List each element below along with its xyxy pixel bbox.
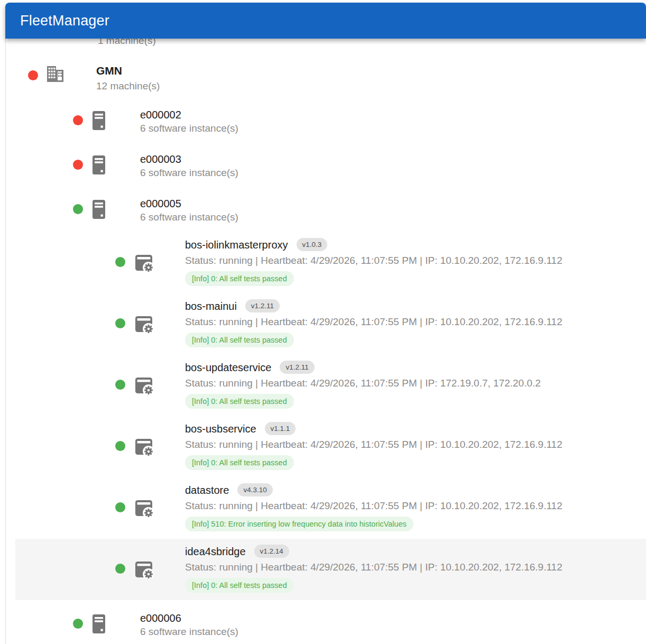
instance-name: bos-mainui	[185, 300, 237, 312]
server-icon	[93, 614, 105, 633]
machine-row-e000006[interactable]: e000006 6 software instance(s)	[0, 611, 646, 642]
machine-row-e000003[interactable]: e000003 6 software instance(s)	[0, 152, 646, 183]
machine-subtitle: 6 software instance(s)	[140, 122, 238, 135]
instance-row-idea4sbridge[interactable]: idea4sbridgev1.2.14 Status: running | He…	[0, 545, 646, 597]
instance-name: bos-usbservice	[185, 423, 256, 435]
status-dot	[115, 380, 125, 390]
instance-info-badge: [Info] 0: All self tests passed	[185, 578, 294, 593]
status-dot	[115, 257, 125, 267]
instance-status: Status: running | Heartbeat: 4/29/2026, …	[185, 254, 562, 268]
status-dot	[73, 160, 83, 170]
instance-row-bos-mainui[interactable]: bos-mainuiv1.2.11 Status: running | Hear…	[0, 299, 646, 352]
instance-name: bos-updateservice	[185, 362, 271, 373]
status-dot	[115, 502, 125, 512]
instance-row-bos-usbservice[interactable]: bos-usbservicev1.1.1 Status: running | H…	[0, 422, 646, 475]
instance-row-bos-iolinkmasterproxy[interactable]: bos-iolinkmasterproxyv1.0.3 Status: runn…	[0, 238, 646, 291]
group-name: GMN	[96, 64, 122, 78]
app-title: FleetManager	[5, 13, 109, 29]
tree-group-row-gmn[interactable]: GMN 12 machine(s)	[0, 64, 646, 95]
server-icon	[93, 200, 105, 219]
instance-name: datastore	[185, 484, 229, 496]
status-dot	[115, 441, 125, 451]
machine-row-e000005[interactable]: e000005 6 software instance(s)	[0, 197, 646, 227]
instance-info-badge: [Info] 0: All self tests passed	[185, 455, 294, 470]
group-subtitle: 12 machine(s)	[96, 79, 160, 93]
building-icon	[45, 65, 64, 84]
machine-name: e000006	[140, 611, 238, 625]
instance-info-badge: [Info] 0: All self tests passed	[185, 333, 294, 347]
status-dot	[73, 204, 83, 214]
instance-status: Status: running | Heartbeat: 4/29/2026, …	[185, 438, 562, 452]
machine-row-e000002[interactable]: e000002 6 software instance(s)	[0, 108, 646, 139]
instance-info-badge: [Info] 0: All self tests passed	[185, 394, 294, 409]
version-badge: v1.2.14	[254, 545, 289, 558]
app-gear-icon	[134, 498, 153, 517]
version-badge: v1.1.1	[265, 422, 296, 435]
machine-subtitle: 6 software instance(s)	[140, 210, 238, 224]
instance-status: Status: running | Heartbeat: 4/29/2026, …	[185, 315, 562, 329]
version-badge: v4.3.10	[237, 483, 272, 496]
status-dot	[28, 70, 38, 80]
instance-name: bos-iolinkmasterproxy	[185, 239, 288, 251]
instance-status: Status: running | Heartbeat: 4/29/2026, …	[185, 499, 562, 513]
instance-row-bos-updateservice[interactable]: bos-updateservicev1.2.11 Status: running…	[0, 361, 646, 413]
machine-name: e000003	[140, 152, 238, 166]
machine-name: e000005	[140, 197, 238, 210]
server-icon	[93, 111, 105, 130]
version-badge: v1.2.11	[280, 361, 314, 374]
machine-subtitle: 6 software instance(s)	[140, 625, 238, 639]
app-header: FleetManager	[5, 3, 646, 39]
app-gear-icon	[134, 437, 153, 456]
server-icon	[93, 155, 105, 174]
machine-subtitle: 6 software instance(s)	[140, 166, 238, 180]
app-gear-icon	[134, 253, 153, 272]
fleet-manager-app: 1 machine(s) FleetManager GMN 12 machine…	[0, 0, 646, 644]
app-gear-icon	[134, 375, 153, 394]
card-left-border	[5, 39, 6, 644]
app-gear-icon	[134, 559, 153, 578]
version-badge: v1.0.3	[297, 238, 328, 251]
status-dot	[115, 318, 125, 328]
status-dot	[115, 564, 125, 574]
instance-status: Status: running | Heartbeat: 4/29/2026, …	[185, 376, 541, 390]
app-gear-icon	[134, 314, 153, 333]
instance-info-badge: [Info] 510: Error inserting low frequenc…	[185, 517, 413, 531]
instance-status: Status: running | Heartbeat: 4/29/2026, …	[185, 560, 562, 574]
instance-row-datastore[interactable]: datastorev4.3.10 Status: running | Heart…	[0, 483, 646, 536]
instance-info-badge: [Info] 0: All self tests passed	[185, 271, 294, 286]
machine-name: e000002	[140, 108, 238, 122]
version-badge: v1.2.11	[245, 299, 280, 312]
instance-name: idea4sbridge	[185, 546, 246, 557]
status-dot	[73, 619, 83, 629]
status-dot	[73, 115, 83, 125]
